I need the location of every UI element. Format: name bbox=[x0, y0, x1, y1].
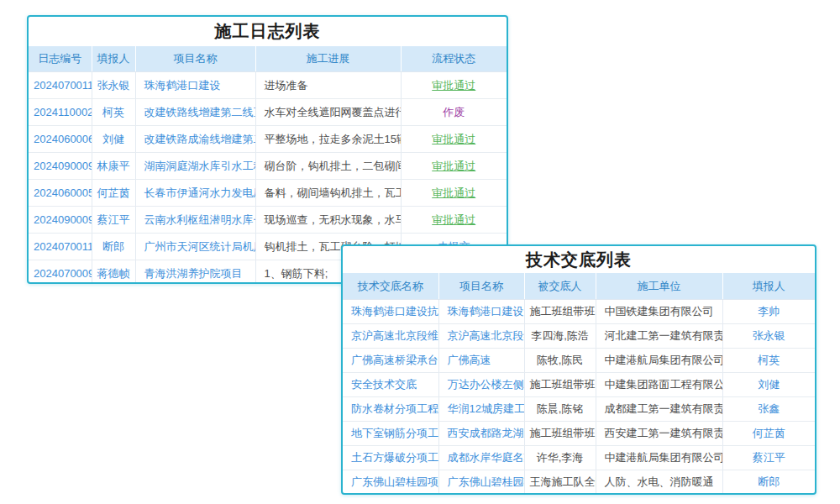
cell-project-link[interactable]: 万达办公楼左侧A... bbox=[438, 373, 524, 397]
cell-project-link[interactable]: 改建铁路成渝线增建第二... bbox=[135, 126, 255, 153]
col-header-project: 项目名称 bbox=[438, 273, 524, 300]
cell-project-link[interactable]: 云南水利枢纽潜明水库一... bbox=[135, 207, 255, 234]
cell-project-link[interactable]: 长春市伊通河水力发电厂... bbox=[135, 180, 255, 207]
table-row: 2024060005 何芷茵 长春市伊通河水力发电厂... 备料，砌间墙钩机排土… bbox=[29, 180, 507, 207]
col-header-reporter: 填报人 bbox=[92, 46, 135, 72]
status-badge[interactable]: 审批通过 bbox=[432, 213, 475, 226]
cell-disclosure-name[interactable]: 土石方爆破分项工程... bbox=[343, 446, 438, 470]
cell-progress: 水车对全线遮阳网覆盖点进行... bbox=[255, 99, 401, 126]
col-header-recipient: 被交底人 bbox=[524, 273, 596, 300]
cell-reporter[interactable]: 张鑫 bbox=[722, 397, 815, 422]
cell-project-link[interactable]: 西安成都路龙湖上... bbox=[438, 422, 524, 446]
cell-log-id[interactable]: 2024110002 bbox=[29, 99, 92, 126]
cell-disclosure-name[interactable]: 安全技术交底 bbox=[343, 373, 438, 397]
cell-project-link[interactable]: 湖南洞庭湖水库引水工程... bbox=[135, 153, 255, 180]
cell-log-id[interactable]: 2024060006 bbox=[29, 126, 92, 153]
cell-project-link[interactable]: 改建铁路线增建第二线直... bbox=[135, 99, 255, 126]
cell-disclosure-name[interactable]: 广东佛山碧桂园项目... bbox=[343, 470, 438, 495]
technical-disclosure-table: 技术交底名称 项目名称 被交底人 施工单位 填报人 珠海鹤港口建设抗浮... 珠… bbox=[343, 273, 815, 494]
table-row: 土石方爆破分项工程... 成都水岸华庭名苑... 许华,李海 中建港航局集团有限… bbox=[343, 446, 815, 470]
cell-disclosure-name[interactable]: 地下室钢筋分项工程... bbox=[343, 422, 438, 446]
cell-project-link[interactable]: 广佛高速 bbox=[438, 349, 524, 373]
cell-reporter[interactable]: 柯英 bbox=[92, 99, 135, 126]
table-row: 珠海鹤港口建设抗浮... 珠海鹤港口建设 施工班组带班... 中国铁建集团有限公… bbox=[343, 300, 815, 324]
table-row: 京沪高速北京段维修... 京沪高速北京段维修 李四海,陈浩 河北建工第一建筑有限… bbox=[343, 324, 815, 349]
construction-log-panel: 施工日志列表 日志编号 填报人 项目名称 施工进展 流程状态 202407001… bbox=[27, 15, 508, 284]
cell-reporter[interactable]: 李帅 bbox=[722, 300, 815, 324]
status-badge[interactable]: 审批通过 bbox=[432, 133, 475, 145]
cell-recipient: 许华,李海 bbox=[524, 446, 596, 470]
cell-disclosure-name[interactable]: 广佛高速桥梁承台施... bbox=[343, 349, 438, 373]
cell-project-link[interactable]: 广东佛山碧桂园项目 bbox=[438, 470, 524, 495]
cell-reporter[interactable]: 蔡江平 bbox=[92, 207, 135, 234]
cell-project-link[interactable]: 青海洪湖养护院项目 bbox=[135, 260, 255, 285]
cell-unit: 中建集团路面工程有限公司 bbox=[596, 373, 722, 397]
col-header-log-id: 日志编号 bbox=[29, 46, 92, 72]
cell-project-link[interactable]: 京沪高速北京段维修 bbox=[438, 324, 524, 349]
cell-reporter[interactable]: 断郎 bbox=[722, 470, 815, 495]
cell-log-id[interactable]: 2024090009 bbox=[29, 207, 92, 234]
cell-recipient: 王海施工队全队 bbox=[524, 470, 596, 495]
cell-log-id[interactable]: 2024090009 bbox=[29, 153, 92, 180]
cell-project-link[interactable]: 成都水岸华庭名苑... bbox=[438, 446, 524, 470]
status-badge: 作废 bbox=[443, 106, 465, 118]
cell-recipient: 施工班组带班... bbox=[524, 373, 596, 397]
table-row: 2024110002 柯英 改建铁路线增建第二线直... 水车对全线遮阳网覆盖点… bbox=[29, 99, 507, 126]
status-badge[interactable]: 审批通过 bbox=[432, 186, 475, 199]
cell-progress: 现场巡查，无积水现象，水马... bbox=[255, 207, 401, 234]
cell-unit: 中建港航局集团有限公司 bbox=[596, 349, 722, 373]
table-row: 2024060006 刘健 改建铁路成渝线增建第二... 平整场地，拉走多余泥土… bbox=[29, 126, 507, 153]
cell-log-id[interactable]: 2024060005 bbox=[29, 180, 92, 207]
cell-recipient: 施工班组带班... bbox=[524, 422, 596, 446]
cell-reporter[interactable]: 张永银 bbox=[92, 72, 135, 99]
status-badge[interactable]: 审批通过 bbox=[432, 160, 475, 172]
table-row: 广东佛山碧桂园项目... 广东佛山碧桂园项目 王海施工队全队 人防、水电、消防暖… bbox=[343, 470, 815, 495]
cell-reporter[interactable]: 蔡江平 bbox=[722, 446, 815, 470]
cell-log-id[interactable]: 2024070009 bbox=[29, 260, 92, 285]
table-row: 2024090009 林康平 湖南洞庭湖水库引水工程... 砌台阶，钩机排土，二… bbox=[29, 153, 507, 180]
cell-unit: 河北建工第一建筑有限责任公司 bbox=[596, 324, 722, 349]
col-header-unit: 施工单位 bbox=[596, 273, 722, 300]
col-header-progress: 施工进展 bbox=[255, 46, 401, 72]
cell-project-link[interactable]: 华润12城房建工... bbox=[438, 397, 524, 422]
col-header-status: 流程状态 bbox=[401, 46, 507, 72]
cell-reporter[interactable]: 何芷茵 bbox=[722, 422, 815, 446]
cell-reporter[interactable]: 何芷茵 bbox=[92, 180, 135, 207]
table-header-row: 日志编号 填报人 项目名称 施工进展 流程状态 bbox=[29, 46, 507, 72]
technical-disclosure-panel: 技术交底列表 技术交底名称 项目名称 被交底人 施工单位 填报人 珠海鹤港口建设… bbox=[341, 244, 816, 495]
col-header-disclosure-name: 技术交底名称 bbox=[343, 273, 438, 300]
technical-disclosure-title: 技术交底列表 bbox=[343, 246, 815, 273]
cell-progress: 进场准备 bbox=[255, 72, 401, 99]
cell-reporter[interactable]: 断郎 bbox=[92, 234, 135, 260]
cell-project-link[interactable]: 珠海鹤港口建设 bbox=[135, 72, 255, 99]
cell-log-id[interactable]: 2024070011 bbox=[29, 234, 92, 260]
cell-recipient: 陈晨,陈铭 bbox=[524, 397, 596, 422]
cell-recipient: 李四海,陈浩 bbox=[524, 324, 596, 349]
cell-progress: 备料，砌间墙钩机排土，瓦工... bbox=[255, 180, 401, 207]
cell-project-link[interactable]: 广州市天河区统计局机房... bbox=[135, 234, 255, 260]
cell-unit: 成都建工第一建筑有限责任公司 bbox=[596, 397, 722, 422]
table-row: 2024090009 蔡江平 云南水利枢纽潜明水库一... 现场巡查，无积水现象… bbox=[29, 207, 507, 234]
cell-recipient: 陈牧,陈民 bbox=[524, 349, 596, 373]
status-badge[interactable]: 审批通过 bbox=[432, 79, 475, 92]
cell-log-id[interactable]: 2024070011 bbox=[29, 72, 92, 99]
cell-disclosure-name[interactable]: 珠海鹤港口建设抗浮... bbox=[343, 300, 438, 324]
cell-reporter[interactable]: 林康平 bbox=[92, 153, 135, 180]
table-row: 地下室钢筋分项工程... 西安成都路龙湖上... 施工班组带班... 西安建工第… bbox=[343, 422, 815, 446]
construction-log-title: 施工日志列表 bbox=[29, 17, 507, 46]
col-header-project: 项目名称 bbox=[135, 46, 255, 72]
cell-disclosure-name[interactable]: 京沪高速北京段维修... bbox=[343, 324, 438, 349]
table-row: 2024070011 张永银 珠海鹤港口建设 进场准备 审批通过 bbox=[29, 72, 507, 99]
cell-project-link[interactable]: 珠海鹤港口建设 bbox=[438, 300, 524, 324]
table-row: 安全技术交底 万达办公楼左侧A... 施工班组带班... 中建集团路面工程有限公… bbox=[343, 373, 815, 397]
cell-reporter[interactable]: 蒋德帧 bbox=[92, 260, 135, 285]
cell-reporter[interactable]: 刘健 bbox=[92, 126, 135, 153]
cell-disclosure-name[interactable]: 防水卷材分项工程施... bbox=[343, 397, 438, 422]
cell-unit: 人防、水电、消防暖通 bbox=[596, 470, 722, 495]
col-header-reporter: 填报人 bbox=[722, 273, 815, 300]
cell-reporter[interactable]: 刘健 bbox=[722, 373, 815, 397]
cell-unit: 中建港航局集团有限公司 bbox=[596, 446, 722, 470]
cell-reporter[interactable]: 张永银 bbox=[722, 324, 815, 349]
cell-reporter[interactable]: 柯英 bbox=[722, 349, 815, 373]
table-row: 广佛高速桥梁承台施... 广佛高速 陈牧,陈民 中建港航局集团有限公司 柯英 bbox=[343, 349, 815, 373]
